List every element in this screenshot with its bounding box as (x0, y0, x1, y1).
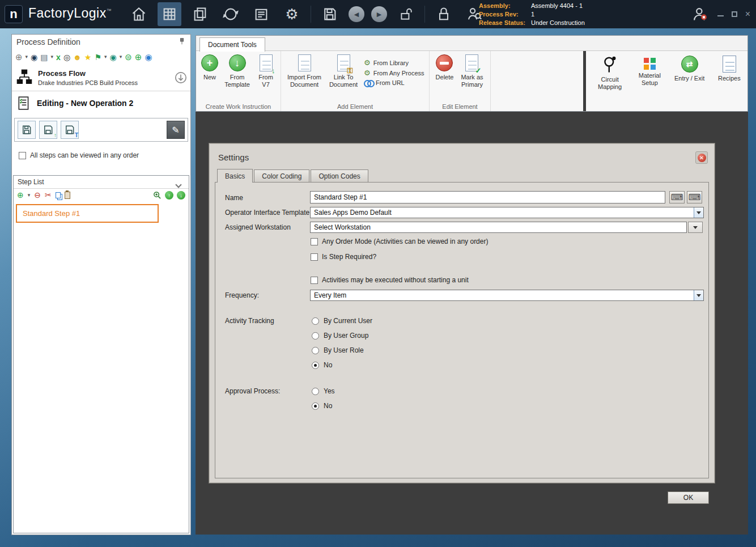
lock-button[interactable] (432, 2, 456, 26)
star-icon[interactable]: ★ (84, 53, 92, 61)
tab-color-coding[interactable]: Color Coding (254, 169, 309, 182)
ok-button[interactable]: OK (668, 491, 709, 504)
activities-without-unit-checkbox[interactable] (311, 277, 318, 284)
edit-instruction-button[interactable]: ✎ (167, 121, 185, 139)
from-url-button[interactable]: From URL (364, 79, 424, 86)
move-step-down-button[interactable]: ↓ (177, 191, 185, 200)
activities-without-unit-checkbox-row[interactable]: Activities may be executed without start… (311, 276, 469, 284)
is-step-required-checkbox-row[interactable]: Is Step Required? (311, 253, 376, 261)
chevron-down-icon[interactable]: ▾ (28, 193, 31, 198)
name-input[interactable] (310, 191, 665, 203)
save-instruction-button[interactable] (18, 121, 36, 139)
from-library-button[interactable]: ⚙ From Library (364, 59, 424, 66)
workstation-dropdown-button[interactable] (688, 222, 703, 233)
logout-user-button[interactable] (690, 5, 710, 24)
link-to-document-button[interactable]: ⚿ Link To Document (326, 54, 360, 88)
copy-step-button[interactable] (56, 192, 61, 198)
home-icon (131, 6, 147, 22)
chevron-down-icon (694, 207, 703, 218)
paste-step-button[interactable] (65, 192, 70, 199)
any-order-mode-checkbox-row[interactable]: Any Order Mode (Activities can be viewed… (311, 238, 488, 245)
tab-document-tools[interactable]: Document Tools (199, 37, 265, 52)
process-rev-label: Process Rev: (479, 10, 531, 19)
basics-tab-panel: Name ⌨ ⌨ Operator Interface Template Sal… (215, 182, 709, 478)
frequency-select[interactable]: Every Item (310, 290, 704, 301)
from-template-button[interactable]: ↓ From Template (222, 54, 252, 88)
operator-interface-template-label: Operator Interface Template (225, 209, 309, 217)
process-definition-button[interactable] (158, 2, 181, 26)
radio-label: By User Role (324, 346, 364, 354)
home-button[interactable] (127, 2, 151, 26)
chevron-down-icon[interactable]: ▾ (120, 54, 122, 60)
chevron-down-icon[interactable]: ▾ (104, 54, 107, 60)
template-instruction-button[interactable]: T (61, 121, 79, 139)
close-button[interactable]: × (745, 10, 750, 19)
maximize-button[interactable] (732, 11, 737, 17)
from-any-process-button[interactable]: ⚙ From Any Process (364, 69, 424, 77)
refresh-icon[interactable]: ⊕ (135, 53, 142, 61)
import-instruction-button[interactable]: ↑ (39, 121, 57, 139)
zoom-step-button[interactable] (153, 191, 162, 200)
flag-icon[interactable]: ⚑ (94, 53, 101, 61)
documents-button[interactable] (188, 2, 212, 26)
any-order-checkbox-label: All steps can be viewed in any order (30, 151, 139, 159)
remove-step-button[interactable]: ⊖ (34, 191, 41, 199)
release-button[interactable] (219, 2, 243, 26)
chevron-down-icon[interactable]: ▾ (51, 54, 54, 60)
tab-option-codes[interactable]: Option Codes (311, 169, 368, 182)
activities-without-unit-label: Activities may be executed without start… (322, 276, 469, 284)
pin-icon[interactable] (178, 37, 186, 47)
audit-icon[interactable]: ◎ (63, 53, 70, 61)
is-step-required-checkbox[interactable] (311, 253, 318, 261)
material-setup-button[interactable]: Material Setup (634, 56, 665, 111)
tab-basics[interactable]: Basics (217, 169, 253, 183)
any-order-checkbox-row[interactable]: All steps can be viewed in any order (12, 145, 190, 165)
collapse-button[interactable] (175, 71, 187, 86)
operator-interface-template-select[interactable]: Sales Apps Demo Default (310, 207, 704, 218)
forward-button[interactable]: ▶ (371, 6, 387, 22)
save-button[interactable] (318, 2, 342, 26)
process-flow-header[interactable]: Process Flow Drake Industries PCB Build … (12, 63, 190, 91)
radio-approval-yes[interactable]: Yes (312, 387, 335, 395)
globe-icon[interactable]: ◉ (31, 53, 37, 61)
reports-button[interactable] (249, 2, 273, 26)
dialog-close-button[interactable]: ✕ (695, 151, 708, 164)
radio-activity-no[interactable]: No (312, 361, 332, 369)
assigned-workstation-select[interactable]: Select Workstation (310, 222, 687, 233)
popup-keyboard-button[interactable]: ⌨ (687, 191, 702, 203)
cut-step-button[interactable]: ✂ (45, 191, 52, 199)
new-button[interactable]: + New (201, 54, 219, 81)
info-icon[interactable]: ◉ (145, 53, 152, 61)
add-process-icon[interactable]: x (56, 53, 61, 61)
mark-as-primary-button[interactable]: ✓ Mark as Primary (458, 54, 486, 88)
unlock-button[interactable] (394, 2, 418, 26)
delete-element-button[interactable]: Delete (434, 54, 455, 81)
back-button[interactable]: ◀ (349, 6, 364, 22)
user-icon[interactable]: ☻ (73, 53, 82, 61)
radio-icon (312, 317, 319, 325)
move-step-up-button[interactable]: ↑ (165, 191, 173, 200)
any-order-checkbox[interactable] (19, 152, 26, 159)
editing-label: Editing - New Operation 2 (37, 99, 133, 108)
radio-by-current-user[interactable]: By Current User (312, 317, 372, 325)
radio-approval-no[interactable]: No (312, 402, 332, 410)
any-order-mode-checkbox[interactable] (311, 238, 318, 245)
import-from-document-button[interactable]: Import From Document (286, 54, 323, 88)
minimize-button[interactable] (717, 12, 724, 16)
recipes-button[interactable]: Recipes (713, 56, 745, 111)
validate-icon[interactable]: ⊜ (125, 53, 132, 61)
keyboard-button[interactable]: ⌨ (669, 191, 685, 203)
print-icon[interactable]: ▤ (40, 53, 48, 61)
settings-gear-button[interactable]: ⚙ (280, 2, 304, 26)
radio-by-user-role[interactable]: By User Role (312, 346, 364, 354)
chevron-down-icon[interactable]: ▾ (26, 54, 28, 60)
entry-exit-button[interactable]: ⇄ Entry / Exit (674, 56, 706, 111)
from-v7-button[interactable]: ↓ From V7 (256, 54, 276, 88)
publish-icon[interactable]: ◉ (110, 53, 117, 61)
expand-all-icon[interactable]: ⊕ (15, 53, 23, 61)
group-label: Add Element (281, 103, 429, 110)
step-list-item-selected[interactable]: Standard Step #1 (16, 204, 159, 223)
add-step-button[interactable]: ⊕ (17, 191, 24, 199)
radio-by-user-group[interactable]: By User Group (312, 332, 368, 340)
circuit-mapping-button[interactable]: Circuit Mapping (594, 56, 626, 111)
